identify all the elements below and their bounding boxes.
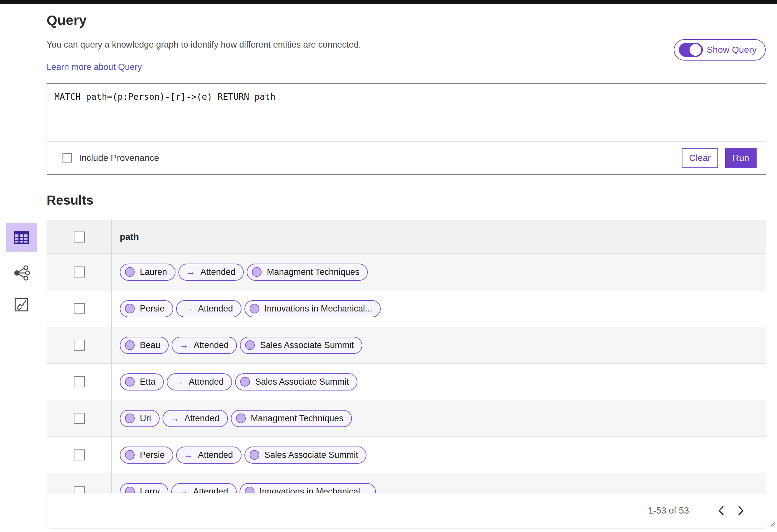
target-label: Managment Techniques	[267, 267, 359, 277]
table-row: Lauren → Attended Managment Techniques	[47, 254, 766, 291]
row-path-cell: Persie → Attended Sales Associate Summit	[112, 446, 766, 464]
path-column-header: path	[120, 232, 139, 242]
node-icon	[250, 304, 259, 313]
node-icon	[245, 340, 255, 350]
row-path-cell: Uri → Attended Managment Techniques	[112, 410, 766, 427]
table-row: Etta → Attended Sales Associate Summit	[47, 363, 766, 400]
query-panel: MATCH path=(p:Person)-[r]->(e) RETURN pa…	[46, 83, 766, 175]
target-pill[interactable]: Innovations in Mechanical...	[240, 483, 376, 493]
target-label: Innovations in Mechanical...	[260, 487, 367, 493]
page-title: Query	[46, 13, 766, 28]
chart-view-button[interactable]	[6, 291, 37, 319]
node-icon	[250, 450, 259, 460]
run-button[interactable]: Run	[725, 148, 757, 168]
target-label: Sales Associate Summit	[264, 450, 358, 460]
table-view-button[interactable]	[6, 223, 37, 251]
node-icon	[125, 340, 135, 350]
row-checkbox[interactable]	[74, 340, 85, 351]
row-checkbox[interactable]	[74, 376, 85, 387]
relation-pill[interactable]: → Attended	[176, 446, 241, 464]
target-label: Managment Techniques	[251, 414, 343, 424]
resize-handle-icon[interactable]	[769, 520, 775, 527]
target-label: Sales Associate Summit	[260, 340, 354, 350]
table-row: Larry → Attended Innovations in Mechanic…	[47, 473, 766, 493]
graph-view-button[interactable]	[6, 259, 37, 287]
node-icon	[125, 450, 135, 460]
row-checkbox[interactable]	[74, 303, 85, 314]
entity-label: Persie	[140, 450, 165, 460]
entity-pill[interactable]: Larry	[120, 483, 169, 493]
target-pill[interactable]: Sales Associate Summit	[240, 337, 362, 354]
results-table: path Lauren → Attended Managment Techniq…	[46, 220, 766, 528]
arrow-right-icon: →	[179, 486, 188, 493]
row-checkbox[interactable]	[74, 267, 85, 278]
target-label: Innovations in Mechanical...	[264, 304, 372, 314]
previous-page-button[interactable]	[711, 501, 731, 520]
row-checkbox-cell	[47, 473, 112, 493]
row-checkbox[interactable]	[74, 413, 85, 424]
entity-label: Lauren	[140, 267, 167, 277]
graph-icon	[13, 265, 30, 281]
pagination-bar: 1-53 of 53	[46, 493, 766, 528]
entity-pill[interactable]: Beau	[120, 337, 169, 354]
target-pill[interactable]: Managment Techniques	[247, 263, 368, 281]
chart-icon	[14, 297, 29, 312]
entity-pill[interactable]: Persie	[120, 300, 173, 317]
select-all-checkbox[interactable]	[74, 231, 85, 242]
row-path-cell: Larry → Attended Innovations in Mechanic…	[112, 483, 766, 493]
node-icon	[252, 267, 261, 277]
node-icon	[245, 487, 254, 493]
row-path-cell: Persie → Attended Innovations in Mechani…	[112, 300, 766, 317]
relation-pill[interactable]: → Attended	[176, 300, 241, 317]
relation-pill[interactable]: → Attended	[162, 410, 228, 427]
entity-pill[interactable]: Persie	[120, 446, 173, 464]
relation-label: Attended	[185, 414, 220, 424]
target-pill[interactable]: Managment Techniques	[231, 410, 352, 427]
pagination-range-label: 1-53 of 53	[648, 506, 689, 516]
relation-pill[interactable]: → Attended	[171, 483, 237, 493]
header-path-cell: path	[112, 232, 766, 242]
relation-label: Attended	[198, 304, 233, 314]
row-checkbox-cell	[47, 327, 112, 363]
target-label: Sales Associate Summit	[255, 377, 349, 387]
next-page-button[interactable]	[731, 501, 751, 520]
table-row: Uri → Attended Managment Techniques	[47, 400, 766, 437]
include-provenance-label: Include Provenance	[79, 153, 159, 163]
row-checkbox[interactable]	[74, 486, 85, 493]
arrow-right-icon: →	[170, 413, 179, 424]
table-row: Persie → Attended Innovations in Mechani…	[47, 291, 766, 327]
table-viewport: path Lauren → Attended Managment Techniq…	[46, 220, 766, 493]
table-icon	[14, 230, 29, 244]
results-heading: Results	[46, 193, 766, 208]
entity-pill[interactable]: Lauren	[120, 263, 176, 281]
entity-pill[interactable]: Etta	[120, 374, 164, 391]
main-content: Query You can query a knowledge graph to…	[0, 4, 777, 528]
relation-label: Attended	[194, 340, 229, 350]
arrow-right-icon: →	[186, 267, 195, 277]
arrow-right-icon: →	[184, 450, 193, 460]
relation-pill[interactable]: → Attended	[179, 263, 244, 281]
show-query-toggle[interactable]: Show Query	[674, 39, 766, 61]
entity-label: Larry	[140, 487, 160, 493]
include-provenance-checkbox[interactable]	[63, 153, 72, 163]
node-icon	[125, 267, 135, 277]
arrow-right-icon: →	[175, 377, 184, 387]
target-pill[interactable]: Sales Associate Summit	[235, 374, 357, 391]
clear-button[interactable]: Clear	[682, 148, 718, 168]
toggle-on-icon[interactable]	[679, 43, 703, 57]
row-checkbox[interactable]	[74, 449, 85, 460]
relation-pill[interactable]: → Attended	[167, 374, 232, 391]
target-pill[interactable]: Sales Associate Summit	[244, 446, 367, 464]
learn-more-link[interactable]: Learn more about Query	[46, 62, 142, 72]
toggle-knob	[690, 44, 701, 56]
relation-label: Attended	[189, 377, 224, 387]
view-switcher-rail	[6, 223, 37, 319]
query-text-input[interactable]: MATCH path=(p:Person)-[r]->(e) RETURN pa…	[47, 84, 766, 141]
relation-label: Attended	[193, 487, 228, 493]
header-checkbox-cell	[47, 220, 112, 253]
entity-pill[interactable]: Uri	[120, 410, 159, 427]
row-checkbox-cell	[47, 291, 112, 327]
node-icon	[125, 304, 135, 313]
relation-pill[interactable]: → Attended	[172, 337, 237, 354]
target-pill[interactable]: Innovations in Mechanical...	[244, 300, 381, 317]
